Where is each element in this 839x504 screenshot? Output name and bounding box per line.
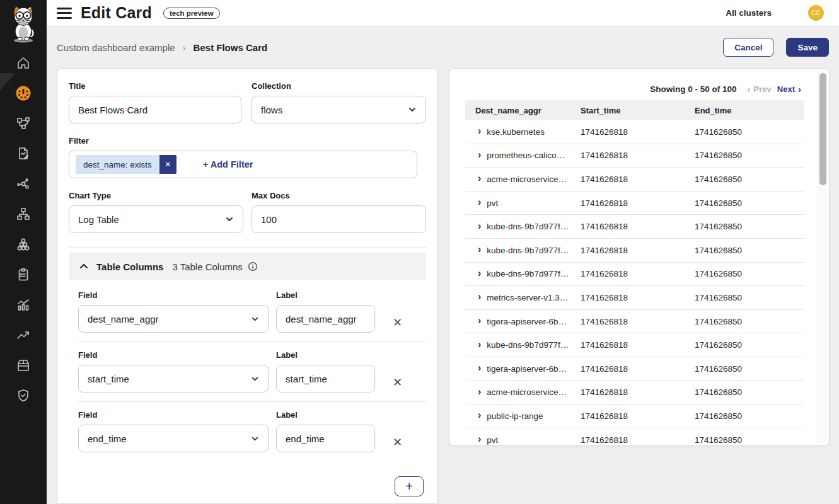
- row-expand-icon[interactable]: ›: [478, 245, 481, 255]
- table-row[interactable]: › kube-dns-9b7d977f… 1741626818 17416268…: [465, 239, 804, 263]
- shield-check-icon: [16, 388, 31, 403]
- label-input[interactable]: [276, 305, 375, 333]
- row-end-value: 1741626850: [691, 340, 804, 350]
- row-expand-icon[interactable]: ›: [478, 292, 481, 302]
- molecule-icon: [16, 176, 31, 192]
- table-row[interactable]: › tigera-apiserver-6b… 1741626818 174162…: [465, 310, 804, 334]
- row-end-value: 1741626850: [691, 411, 804, 421]
- sidebar-item-topology[interactable]: [0, 205, 47, 223]
- network-nodes-icon: [16, 116, 31, 131]
- label-label: Label: [276, 350, 375, 360]
- scrollbar-thumb[interactable]: [819, 73, 826, 185]
- row-dest-value: prometheus-calico…: [487, 151, 565, 160]
- sidebar-item-compliance[interactable]: [0, 266, 47, 284]
- row-dest-value: kse.kubernetes: [487, 127, 545, 137]
- row-expand-icon[interactable]: ›: [478, 174, 481, 183]
- table-row[interactable]: › prometheus-calico… 1741626818 17416268…: [465, 144, 804, 168]
- chart-type-select[interactable]: Log Table: [69, 205, 243, 233]
- chevron-down-icon: [251, 315, 259, 323]
- table-row[interactable]: › metrics-server-v1.3… 1741626818 174162…: [465, 286, 804, 310]
- scrollbar-track[interactable]: [818, 71, 827, 444]
- table-row[interactable]: › kube-dns-9b7d977f… 1741626818 17416268…: [465, 263, 804, 287]
- sidebar-item-logs[interactable]: [0, 145, 47, 163]
- label-input[interactable]: [276, 365, 375, 392]
- sidebar-item-packages[interactable]: [0, 357, 47, 374]
- table-row[interactable]: › acme-microservice… 1741626818 17416268…: [465, 381, 804, 405]
- sidebar-item-service-graph[interactable]: [0, 175, 47, 193]
- chevron-up-icon: [79, 261, 89, 272]
- table-columns-accordion[interactable]: Table Columns 3 Table Columns: [69, 253, 426, 280]
- info-icon[interactable]: [248, 261, 258, 272]
- max-docs-input[interactable]: [252, 205, 426, 233]
- row-divider: [78, 401, 426, 402]
- table-row[interactable]: › kube-dns-9b7d977f… 1741626818 17416268…: [465, 333, 804, 357]
- sidebar-item-analytics[interactable]: [0, 296, 47, 314]
- row-expand-icon[interactable]: ›: [478, 127, 481, 136]
- row-end-value: 1741626850: [691, 387, 804, 397]
- cancel-button[interactable]: Cancel: [723, 38, 773, 57]
- row-expand-icon[interactable]: ›: [478, 222, 481, 231]
- section-divider: [69, 247, 426, 248]
- row-expand-icon[interactable]: ›: [478, 198, 481, 207]
- page-title: Edit Card: [81, 4, 152, 22]
- sidebar-item-home[interactable]: [0, 54, 47, 72]
- sidebar-item-security[interactable]: [0, 387, 47, 404]
- avatar[interactable]: CC: [808, 5, 824, 21]
- clipboard-icon: [16, 267, 31, 282]
- sidebar: [0, 0, 47, 504]
- sidebar-item-network-policies[interactable]: [0, 115, 47, 132]
- table-row[interactable]: › pvt 1741626818 1741626850: [465, 428, 804, 446]
- prev-page-button[interactable]: ‹ Prev: [748, 84, 772, 94]
- sidebar-item-clusters[interactable]: [0, 236, 47, 253]
- sidebar-item-dashboards-active[interactable]: [0, 84, 47, 102]
- honeycomb-icon: [16, 237, 31, 252]
- add-filter-link[interactable]: + Add Filter: [203, 159, 253, 169]
- row-end-value: 1741626850: [691, 317, 804, 326]
- remove-column-icon[interactable]: ✕: [393, 437, 402, 448]
- table-row[interactable]: › kube-dns-9b7d977f… 1741626818 17416268…: [465, 215, 804, 239]
- next-page-button[interactable]: Next ›: [777, 84, 801, 94]
- row-expand-icon[interactable]: ›: [478, 364, 481, 373]
- row-expand-icon[interactable]: ›: [478, 316, 481, 326]
- table-columns-count: 3 Table Columns: [172, 261, 242, 272]
- save-button[interactable]: Save: [786, 38, 829, 57]
- filter-input-area[interactable]: dest_name: exists ✕ + Add Filter: [69, 151, 417, 178]
- label-input[interactable]: [276, 425, 375, 452]
- remove-column-icon[interactable]: ✕: [393, 377, 402, 388]
- remove-column-icon[interactable]: ✕: [393, 317, 402, 328]
- row-end-value: 1741626850: [691, 435, 804, 445]
- calico-cat-logo[interactable]: [0, 5, 47, 43]
- title-label: Title: [69, 81, 241, 91]
- filter-chip-remove-icon[interactable]: ✕: [159, 155, 176, 174]
- row-expand-icon[interactable]: ›: [478, 387, 481, 397]
- table-row[interactable]: › acme-microservice… 1741626818 17416268…: [465, 168, 804, 192]
- row-start-value: 1741626818: [579, 127, 691, 137]
- menu-hamburger-icon[interactable]: [57, 8, 72, 19]
- row-expand-icon[interactable]: ›: [478, 411, 481, 420]
- filter-chip: dest_name: exists ✕: [76, 155, 176, 174]
- breadcrumb-parent[interactable]: Custom dashboard example: [57, 42, 175, 53]
- table-row[interactable]: › tigera-apiserver-6b… 1741626818 174162…: [465, 357, 804, 381]
- add-column-button[interactable]: +: [395, 476, 424, 496]
- row-expand-icon[interactable]: ›: [478, 269, 481, 278]
- collection-select[interactable]: flows: [252, 96, 426, 123]
- field-select[interactable]: end_time: [78, 425, 269, 452]
- column-header-end-time: End_time: [691, 106, 804, 115]
- row-start-value: 1741626818: [579, 222, 691, 231]
- title-input[interactable]: [69, 96, 241, 123]
- row-dest-value: public-ip-range: [487, 411, 543, 421]
- row-expand-icon[interactable]: ›: [478, 435, 481, 444]
- row-expand-icon[interactable]: ›: [478, 151, 481, 160]
- row-expand-icon[interactable]: ›: [478, 340, 481, 350]
- table-row[interactable]: › pvt 1741626818 1741626850: [465, 192, 804, 215]
- table-row[interactable]: › kse.kubernetes 1741626818 1741626850: [465, 120, 804, 144]
- field-select[interactable]: dest_name_aggr: [78, 305, 269, 333]
- field-label: Field: [78, 350, 269, 360]
- sidebar-item-trends[interactable]: [0, 326, 47, 344]
- cluster-selector[interactable]: All clusters: [726, 8, 772, 18]
- field-select[interactable]: start_time: [78, 365, 269, 392]
- collection-select-value: flows: [261, 105, 282, 115]
- next-label: Next: [777, 84, 795, 94]
- row-start-value: 1741626818: [579, 198, 691, 208]
- table-row[interactable]: › public-ip-range 1741626818 1741626850: [465, 404, 804, 428]
